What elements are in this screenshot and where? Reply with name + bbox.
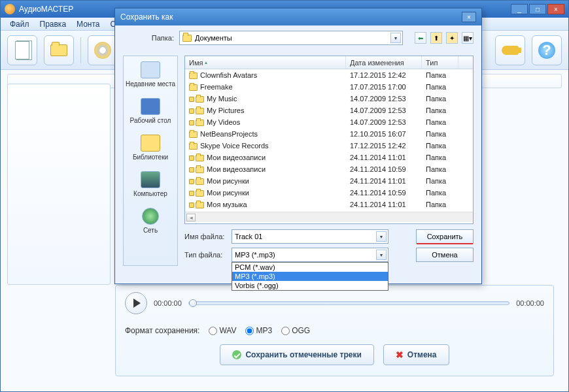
table-row[interactable]: Мои рисунки24.11.2014 11:01Папка xyxy=(185,175,473,187)
place-computer[interactable]: Компьютер xyxy=(124,166,177,203)
lock-icon xyxy=(189,120,194,125)
folder-icon xyxy=(196,178,204,185)
lock-icon xyxy=(189,108,194,114)
format-row: Формат сохранения: WAV MP3 OGG xyxy=(125,326,544,335)
chevron-down-icon[interactable]: ▾ xyxy=(376,231,387,242)
cancel-button[interactable]: Отмена xyxy=(416,248,474,262)
format-label: Формат сохранения: xyxy=(125,326,199,335)
x-icon: ✖ xyxy=(396,350,404,360)
table-row[interactable]: Мои видеозаписи24.11.2014 10:59Папка xyxy=(185,163,473,175)
col-name[interactable]: Имя xyxy=(185,56,346,69)
page-icon xyxy=(15,41,29,59)
folder-label: Папка: xyxy=(123,34,174,42)
place-desktop[interactable]: Рабочий стол xyxy=(124,93,177,129)
file-rows[interactable]: Clownfish Avatars17.12.2015 12:42ПапкаFr… xyxy=(185,69,473,212)
scroll-left-icon[interactable]: ◂ xyxy=(186,214,196,221)
play-button[interactable] xyxy=(125,292,147,314)
folder-icon xyxy=(196,108,204,114)
radio-wav[interactable]: WAV xyxy=(209,326,236,335)
folder-icon xyxy=(189,73,198,79)
cancel-tracks-button[interactable]: ✖ Отмена xyxy=(383,344,449,365)
app-logo-icon xyxy=(5,4,15,14)
recent-icon xyxy=(141,61,160,78)
dialog-titlebar[interactable]: Сохранить как × xyxy=(115,8,481,25)
radio-ogg[interactable]: OGG xyxy=(281,326,310,335)
lock-icon xyxy=(189,167,194,172)
place-libraries[interactable]: Библиотеки xyxy=(124,129,177,166)
table-row[interactable]: Clownfish Avatars17.12.2015 12:42Папка xyxy=(185,69,473,81)
tool-help[interactable]: ? xyxy=(532,35,562,65)
place-recent[interactable]: Недавние места xyxy=(124,56,177,93)
folder-icon xyxy=(196,120,204,126)
chevron-down-icon[interactable]: ▾ xyxy=(390,33,401,43)
tool-open[interactable] xyxy=(44,35,74,65)
slider-thumb[interactable] xyxy=(189,299,197,307)
save-as-dialog: Сохранить как × Папка: Документы ▾ ⬅ ⬆ ✦… xyxy=(114,8,482,284)
lock-icon xyxy=(189,155,194,161)
nav-viewmenu-icon[interactable]: ▦▾ xyxy=(462,32,474,44)
menu-edit[interactable]: Правка xyxy=(35,18,72,30)
key-icon xyxy=(502,46,519,55)
highlight-underline xyxy=(417,243,473,244)
left-panel xyxy=(7,84,111,285)
app-title: АудиоМАСТЕР xyxy=(19,5,73,14)
col-date[interactable]: Дата изменения xyxy=(346,56,422,69)
close-button[interactable]: × xyxy=(547,4,564,14)
nav-up-icon[interactable]: ⬆ xyxy=(430,32,442,44)
table-row[interactable]: Мои видеозаписи24.11.2014 11:01Папка xyxy=(185,152,473,163)
libraries-icon xyxy=(141,135,160,152)
menu-montage[interactable]: Монта xyxy=(71,18,105,30)
maximize-button[interactable]: □ xyxy=(529,4,546,14)
play-icon xyxy=(133,299,141,308)
tool-new[interactable] xyxy=(7,35,37,65)
folder-icon xyxy=(189,84,198,91)
lock-icon xyxy=(189,191,194,196)
folder-icon xyxy=(182,35,192,42)
player-panel: 00:00:00 00:00:00 Формат сохранения: WAV… xyxy=(115,285,554,376)
filetype-option-mp3[interactable]: MP3 (*.mp3) xyxy=(232,272,388,281)
table-row[interactable]: Skype Voice Records17.12.2015 12:42Папка xyxy=(185,140,473,152)
radio-mp3[interactable]: MP3 xyxy=(245,326,272,335)
folder-icon xyxy=(196,202,204,208)
place-network[interactable]: Сеть xyxy=(124,203,177,239)
progress-slider[interactable] xyxy=(188,301,509,305)
save-tracks-button[interactable]: Сохранить отмеченные треки xyxy=(220,344,373,365)
lock-icon xyxy=(189,179,194,184)
filename-label: Имя файла: xyxy=(184,233,226,240)
table-row[interactable]: My Music14.07.2009 12:53Папка xyxy=(185,93,473,105)
minimize-button[interactable]: _ xyxy=(511,4,528,14)
lock-icon xyxy=(189,203,194,208)
folder-icon xyxy=(189,143,198,150)
filename-input[interactable]: Track 01 ▾ xyxy=(232,229,388,244)
table-row[interactable]: My Videos14.07.2009 12:53Папка xyxy=(185,116,473,128)
tool-key[interactable] xyxy=(495,35,525,65)
column-headers[interactable]: Имя Дата изменения Тип xyxy=(185,56,473,69)
table-row[interactable]: NetBeansProjects12.10.2015 16:07Папка xyxy=(185,128,473,140)
filename-value: Track 01 xyxy=(235,233,262,240)
table-row[interactable]: Моя музыка24.11.2014 11:01Папка xyxy=(185,199,473,210)
menu-file[interactable]: Файл xyxy=(5,18,35,30)
filetype-dropdown[interactable]: PCM (*.wav) MP3 (*.mp3) Vorbis (*.ogg) xyxy=(232,262,388,291)
nav-back-icon[interactable]: ⬅ xyxy=(415,32,426,44)
filetype-label: Тип файла: xyxy=(184,251,226,259)
table-row[interactable]: Мои рисунки24.11.2014 10:59Папка xyxy=(185,187,473,199)
nav-newfolder-icon[interactable]: ✦ xyxy=(446,32,458,44)
filetype-option-pcm[interactable]: PCM (*.wav) xyxy=(232,263,388,272)
folder-icon xyxy=(50,44,67,56)
table-row[interactable]: Freemake17.07.2015 17:00Папка xyxy=(185,81,473,93)
filetype-option-vorbis[interactable]: Vorbis (*.ogg) xyxy=(232,281,388,290)
tool-cd[interactable] xyxy=(88,35,118,65)
filetype-combo[interactable]: MP3 (*.mp3) ▾ xyxy=(232,248,388,262)
file-list[interactable]: Имя Дата изменения Тип Clownfish Avatars… xyxy=(184,56,474,224)
folder-combo[interactable]: Документы ▾ xyxy=(179,31,403,45)
horizontal-scrollbar[interactable]: ◂ xyxy=(185,212,473,222)
col-type[interactable]: Тип xyxy=(422,56,458,69)
save-button[interactable]: Сохранить xyxy=(416,229,474,244)
filetype-value: MP3 (*.mp3) xyxy=(235,251,275,259)
dialog-close-button[interactable]: × xyxy=(462,12,476,22)
network-icon xyxy=(142,208,159,225)
table-row[interactable]: My Pictures14.07.2009 12:53Папка xyxy=(185,105,473,116)
folder-value: Документы xyxy=(195,34,232,42)
dialog-title: Сохранить как xyxy=(120,12,173,22)
chevron-down-icon[interactable]: ▾ xyxy=(376,250,387,260)
